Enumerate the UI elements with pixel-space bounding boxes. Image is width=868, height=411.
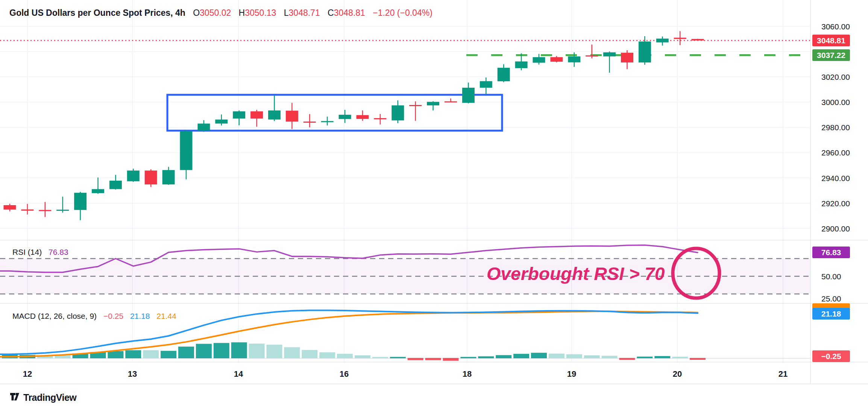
svg-text:13: 13 <box>128 369 137 379</box>
tradingview-chart: 3060.003020.003000.002980.002960.002940.… <box>0 0 868 411</box>
svg-text:2900.00: 2900.00 <box>821 224 850 233</box>
tradingview-logo-icon <box>9 391 20 403</box>
rsi-value: 76.83 <box>49 248 68 256</box>
overbought-annotation[interactable]: Overbought RSI > 70 <box>487 263 665 284</box>
close-value: 3048.81 <box>334 8 365 18</box>
change-value: −1.20 (−0.04%) <box>373 8 432 18</box>
open-label: O <box>193 8 200 18</box>
macd-hist-value: −0.25 <box>103 312 123 320</box>
svg-text:2980.00: 2980.00 <box>821 123 850 132</box>
chart-canvas[interactable]: 3060.003020.003000.002980.002960.002940.… <box>0 0 868 411</box>
svg-text:2920.00: 2920.00 <box>821 199 850 208</box>
low-label: L <box>284 8 289 18</box>
macd-line-value: 21.18 <box>130 312 150 320</box>
macd-value-badge: 21.18 <box>812 308 850 320</box>
tradingview-logo[interactable]: TradingView <box>9 391 76 403</box>
svg-text:19: 19 <box>567 369 576 379</box>
macd-hist-badge: −0.25 <box>812 350 850 362</box>
rsi-indicator-label[interactable]: RSI (14) 76.83 <box>12 248 68 257</box>
svg-text:3000.00: 3000.00 <box>821 98 850 107</box>
open-value: 3050.02 <box>200 8 231 18</box>
svg-text:3020.00: 3020.00 <box>821 73 850 81</box>
macd-signal-value: 21.44 <box>156 312 176 320</box>
svg-text:14: 14 <box>234 369 243 379</box>
rsi-value-badge: 76.83 <box>812 247 850 258</box>
low-value: 3048.71 <box>289 8 320 18</box>
high-label: H <box>239 8 245 18</box>
svg-text:50.00: 50.00 <box>821 272 841 281</box>
rsi-name: RSI (14) <box>12 248 42 256</box>
tradingview-logo-text: TradingView <box>23 392 76 403</box>
macd-indicator-label[interactable]: MACD (12, 26, close, 9) −0.25 21.18 21.4… <box>12 312 176 321</box>
svg-text:12: 12 <box>23 369 32 379</box>
symbol-title-row[interactable]: Gold US Dollars per Ounce Spot Prices, 4… <box>9 8 432 18</box>
svg-text:2960.00: 2960.00 <box>821 148 850 157</box>
svg-text:3060.00: 3060.00 <box>821 22 850 31</box>
svg-text:25.00: 25.00 <box>821 294 841 303</box>
high-value: 3050.13 <box>245 8 276 18</box>
close-label: C <box>328 8 334 18</box>
current-price-badge: 3048.81 <box>812 35 850 46</box>
level-price-badge: 3037.22 <box>812 49 850 61</box>
svg-text:2940.00: 2940.00 <box>821 174 850 183</box>
svg-text:18: 18 <box>463 369 472 379</box>
svg-text:16: 16 <box>340 369 349 379</box>
svg-text:20: 20 <box>673 369 682 379</box>
symbol-title: Gold US Dollars per Ounce Spot Prices, 4… <box>9 8 185 18</box>
macd-name: MACD (12, 26, close, 9) <box>12 312 97 320</box>
svg-text:21: 21 <box>778 369 788 379</box>
